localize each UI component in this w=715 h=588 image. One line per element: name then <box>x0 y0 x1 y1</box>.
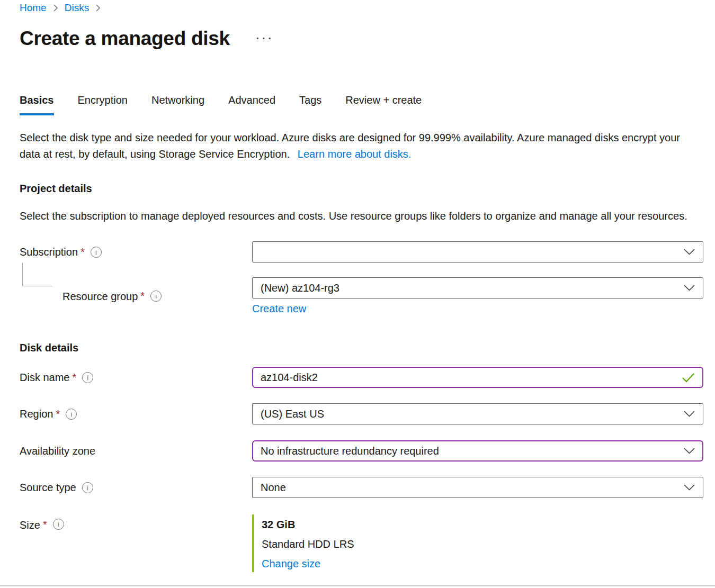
subscription-label-col: Subscription * <box>20 241 252 263</box>
disk-name-value: az104-disk2 <box>261 372 318 384</box>
resource-group-control-col: (New) az104-rg3 Create new <box>252 277 703 315</box>
info-icon[interactable] <box>82 482 93 493</box>
disk-name-control-col: az104-disk2 <box>252 367 703 388</box>
source-type-label-col: Source type <box>20 477 252 498</box>
title-row: Create a managed disk ··· <box>20 26 703 51</box>
chevron-down-icon <box>684 411 695 417</box>
availability-zone-label-col: Availability zone <box>20 440 252 462</box>
region-value: (US) East US <box>261 408 324 420</box>
more-options-button[interactable]: ··· <box>256 33 274 44</box>
size-row: Size * 32 GiB Standard HDD LRS Change si… <box>20 514 703 572</box>
subscription-dropdown[interactable] <box>252 241 703 263</box>
disk-name-row: Disk name * az104-disk2 <box>20 367 703 388</box>
disk-name-label-col: Disk name * <box>20 367 252 388</box>
indent-connector-line <box>22 263 52 286</box>
create-new-link[interactable]: Create new <box>252 303 306 314</box>
size-value: 32 GiB <box>262 518 703 531</box>
subscription-row: Subscription * <box>20 241 703 263</box>
region-control-col: (US) East US <box>252 403 703 424</box>
info-icon[interactable] <box>150 291 162 302</box>
size-control-col: 32 GiB Standard HDD LRS Change size <box>252 514 703 572</box>
chevron-down-icon <box>684 484 695 491</box>
tab-networking[interactable]: Networking <box>151 93 204 115</box>
intro-text: Select the disk type and size needed for… <box>20 130 703 162</box>
source-type-control-col: None <box>252 477 703 498</box>
required-asterisk: * <box>43 519 47 531</box>
region-label-col: Region * <box>20 403 252 424</box>
info-icon[interactable] <box>66 409 77 420</box>
resource-group-row: Resource group * (New) az104-rg3 Create … <box>20 277 703 315</box>
project-details-heading: Project details <box>20 182 703 196</box>
required-asterisk: * <box>140 290 145 302</box>
required-asterisk: * <box>72 372 76 384</box>
availability-zone-row: Availability zone No infrastructure redu… <box>20 440 703 462</box>
chevron-down-icon <box>684 249 695 255</box>
resource-group-label: Resource group <box>62 290 138 303</box>
chevron-down-icon <box>684 285 695 291</box>
breadcrumb-chevron-icon <box>95 4 101 12</box>
info-icon[interactable] <box>91 247 102 258</box>
source-type-label: Source type <box>20 481 76 494</box>
tab-basics[interactable]: Basics <box>20 93 54 115</box>
region-dropdown[interactable]: (US) East US <box>252 403 703 424</box>
breadcrumb: Home Disks <box>20 1 703 15</box>
availability-zone-control-col: No infrastructure redundancy required <box>252 440 703 462</box>
create-managed-disk-page: Home Disks Create a managed disk ··· Bas… <box>0 0 715 572</box>
tab-advanced[interactable]: Advanced <box>228 93 275 115</box>
bottom-divider <box>0 585 715 586</box>
tab-encryption[interactable]: Encryption <box>78 93 128 115</box>
learn-more-link[interactable]: Learn more about disks. <box>298 148 412 160</box>
required-asterisk: * <box>56 408 60 420</box>
basics-form: Subscription * Resource group * <box>20 241 703 572</box>
breadcrumb-disks-link[interactable]: Disks <box>65 1 89 15</box>
chevron-down-icon <box>684 448 695 454</box>
tab-bar: Basics Encryption Networking Advanced Ta… <box>20 93 703 115</box>
resource-group-dropdown[interactable]: (New) az104-rg3 <box>252 277 703 298</box>
size-sku: Standard HDD LRS <box>262 538 703 550</box>
availability-zone-value: No infrastructure redundancy required <box>261 445 439 457</box>
subscription-label: Subscription <box>20 246 78 258</box>
size-label-col: Size * <box>20 514 252 531</box>
availability-zone-dropdown[interactable]: No infrastructure redundancy required <box>252 440 703 462</box>
size-label: Size <box>20 519 40 531</box>
resource-group-value: (New) az104-rg3 <box>261 282 339 294</box>
region-row: Region * (US) East US <box>20 403 703 424</box>
resource-group-label-col: Resource group * <box>20 286 252 307</box>
disk-name-label: Disk name <box>20 371 69 384</box>
breadcrumb-chevron-icon <box>53 4 58 12</box>
subscription-control-col <box>252 241 703 263</box>
page-title: Create a managed disk <box>20 26 230 51</box>
tab-tags[interactable]: Tags <box>299 93 321 115</box>
info-icon[interactable] <box>82 372 93 383</box>
breadcrumb-home-link[interactable]: Home <box>20 1 47 15</box>
size-card: 32 GiB Standard HDD LRS Change size <box>252 514 703 572</box>
region-label: Region <box>20 408 53 420</box>
change-size-link[interactable]: Change size <box>262 558 320 569</box>
required-asterisk: * <box>81 246 85 258</box>
disk-details-heading: Disk details <box>20 341 703 355</box>
project-details-description: Select the subscription to manage deploy… <box>20 208 703 224</box>
valid-check-icon <box>682 373 695 383</box>
tab-review-create[interactable]: Review + create <box>345 93 422 115</box>
source-type-dropdown[interactable]: None <box>252 477 703 498</box>
disk-name-input[interactable]: az104-disk2 <box>252 367 703 388</box>
info-icon[interactable] <box>53 519 64 530</box>
availability-zone-label: Availability zone <box>20 445 95 457</box>
source-type-row: Source type None <box>20 477 703 498</box>
source-type-value: None <box>261 482 286 494</box>
